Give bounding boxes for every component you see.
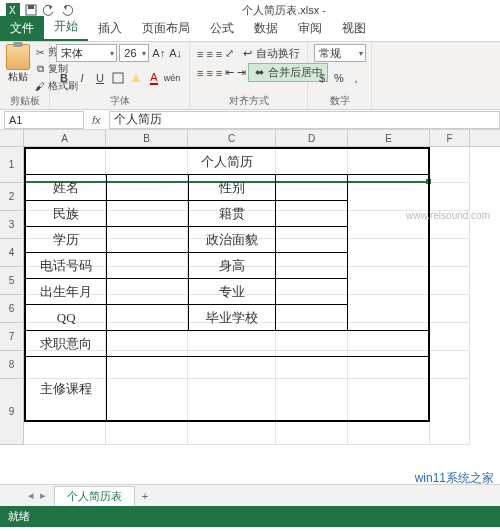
group-alignment: ≡ ≡ ≡ ⤢ ↩自动换行 ≡ ≡ ≡ ⇤ ⇥ ⬌合并后居中 对齐方式: [190, 42, 308, 109]
tab-home[interactable]: 开始: [44, 14, 88, 41]
formula-input[interactable]: 个人简历: [109, 111, 500, 129]
tab-file[interactable]: 文件: [0, 16, 44, 41]
select-all-corner[interactable]: [0, 130, 24, 147]
wrap-icon: ↩: [241, 48, 253, 60]
resume-value[interactable]: [107, 331, 429, 357]
row-header-3[interactable]: 3: [0, 211, 23, 239]
resume-value[interactable]: [107, 357, 429, 421]
tab-data[interactable]: 数据: [244, 16, 288, 41]
resume-label: 民族: [26, 201, 107, 227]
tab-insert[interactable]: 插入: [88, 16, 132, 41]
resume-value[interactable]: [107, 175, 188, 201]
sheet-nav-next-icon[interactable]: ▸: [40, 489, 46, 502]
comma-icon[interactable]: ,: [348, 70, 364, 86]
sheet-tab-active[interactable]: 个人简历表: [54, 486, 135, 506]
group-label-clipboard: 剪贴板: [6, 94, 43, 109]
align-top-icon[interactable]: ≡: [196, 46, 204, 62]
row-headers[interactable]: 123456789: [0, 147, 24, 445]
sheet-nav-prev-icon[interactable]: ◂: [28, 489, 34, 502]
col-header-F[interactable]: F: [430, 130, 470, 146]
row-header-8[interactable]: 8: [0, 351, 23, 379]
percent-icon[interactable]: %: [331, 70, 347, 86]
italic-button[interactable]: I: [74, 70, 90, 86]
group-label-font: 字体: [56, 94, 183, 109]
sheet-area[interactable]: ABCDEF 123456789 个人简历姓名性别民族籍贯学历政治面貌电话号码身…: [0, 130, 500, 484]
align-bottom-icon[interactable]: ≡: [215, 46, 223, 62]
row-header-5[interactable]: 5: [0, 267, 23, 295]
resume-value[interactable]: [276, 175, 347, 201]
ribbon-tabs: 文件 开始 插入 页面布局 公式 数据 审阅 视图: [0, 20, 500, 42]
resume-value[interactable]: [276, 253, 347, 279]
orientation-icon[interactable]: ⤢: [224, 46, 235, 62]
resume-label: 性别: [188, 175, 275, 201]
indent-dec-icon[interactable]: ⇤: [224, 65, 235, 81]
row-header-9[interactable]: 9: [0, 379, 23, 445]
col-header-A[interactable]: A: [24, 130, 106, 146]
ribbon: 粘贴 ✂剪切 ⧉复制 🖌格式刷 剪贴板 宋体 26 A↑ A↓ B I U A …: [0, 42, 500, 110]
fill-color-button[interactable]: [128, 70, 144, 86]
align-center-icon[interactable]: ≡: [205, 65, 213, 81]
resume-label: 姓名: [26, 175, 107, 201]
row-header-6[interactable]: 6: [0, 295, 23, 323]
font-name-combo[interactable]: 宋体: [56, 44, 117, 62]
number-format-combo[interactable]: 常规: [314, 44, 366, 62]
indent-inc-icon[interactable]: ⇥: [236, 65, 247, 81]
add-sheet-button[interactable]: +: [135, 490, 155, 502]
underline-button[interactable]: U: [92, 70, 108, 86]
tab-page-layout[interactable]: 页面布局: [132, 16, 200, 41]
group-font: 宋体 26 A↑ A↓ B I U A wén 字体: [50, 42, 190, 109]
increase-font-icon[interactable]: A↑: [151, 45, 166, 61]
row-header-1[interactable]: 1: [0, 147, 23, 183]
resume-value[interactable]: [276, 279, 347, 305]
group-number: 常规 $ % , 数字: [308, 42, 372, 109]
align-middle-icon[interactable]: ≡: [205, 46, 213, 62]
resume-value[interactable]: [107, 253, 188, 279]
fx-label[interactable]: fx: [84, 114, 109, 126]
status-bar: 就绪: [0, 506, 500, 527]
tab-formulas[interactable]: 公式: [200, 16, 244, 41]
scissors-icon: ✂: [34, 46, 46, 58]
col-header-B[interactable]: B: [106, 130, 188, 146]
resume-label: 求职意向: [26, 331, 107, 357]
align-right-icon[interactable]: ≡: [215, 65, 223, 81]
resume-label: 出生年月: [26, 279, 107, 305]
phonetic-button[interactable]: wén: [164, 70, 180, 86]
col-header-C[interactable]: C: [188, 130, 276, 146]
svg-rect-3: [28, 5, 34, 9]
bold-button[interactable]: B: [56, 70, 72, 86]
align-left-icon[interactable]: ≡: [196, 65, 204, 81]
row-header-4[interactable]: 4: [0, 239, 23, 267]
resume-value[interactable]: [107, 201, 188, 227]
resume-value[interactable]: [107, 305, 188, 331]
group-label-number: 数字: [314, 94, 365, 109]
watermark-url: www.relsound.com: [406, 210, 490, 221]
save-icon[interactable]: [24, 3, 38, 17]
tab-view[interactable]: 视图: [332, 16, 376, 41]
font-color-button[interactable]: A: [146, 70, 162, 86]
resume-value[interactable]: [107, 227, 188, 253]
group-label-alignment: 对齐方式: [196, 94, 301, 109]
resume-table: 个人简历姓名性别民族籍贯学历政治面貌电话号码身高出生年月专业QQ毕业学校求职意向…: [24, 147, 430, 422]
resume-photo-cell[interactable]: [347, 175, 428, 331]
sheet-tab-bar: ◂ ▸ 个人简历表 +: [0, 484, 500, 506]
font-size-combo[interactable]: 26: [119, 44, 149, 62]
col-header-E[interactable]: E: [348, 130, 430, 146]
resume-value[interactable]: [276, 201, 347, 227]
decrease-font-icon[interactable]: A↓: [168, 45, 183, 61]
row-header-2[interactable]: 2: [0, 183, 23, 211]
resume-title: 个人简历: [26, 149, 429, 175]
merge-icon: ⬌: [253, 67, 265, 79]
resume-value[interactable]: [276, 305, 347, 331]
wrap-text-button[interactable]: ↩自动换行: [236, 44, 305, 63]
col-header-D[interactable]: D: [276, 130, 348, 146]
row-header-7[interactable]: 7: [0, 323, 23, 351]
resume-value[interactable]: [276, 227, 347, 253]
paste-button[interactable]: 粘贴: [6, 44, 30, 94]
currency-icon[interactable]: $: [314, 70, 330, 86]
name-box[interactable]: A1: [4, 111, 84, 129]
column-headers[interactable]: ABCDEF: [24, 130, 500, 147]
resume-value[interactable]: [107, 279, 188, 305]
tab-review[interactable]: 审阅: [288, 16, 332, 41]
resume-label: 身高: [188, 253, 275, 279]
border-button[interactable]: [110, 70, 126, 86]
